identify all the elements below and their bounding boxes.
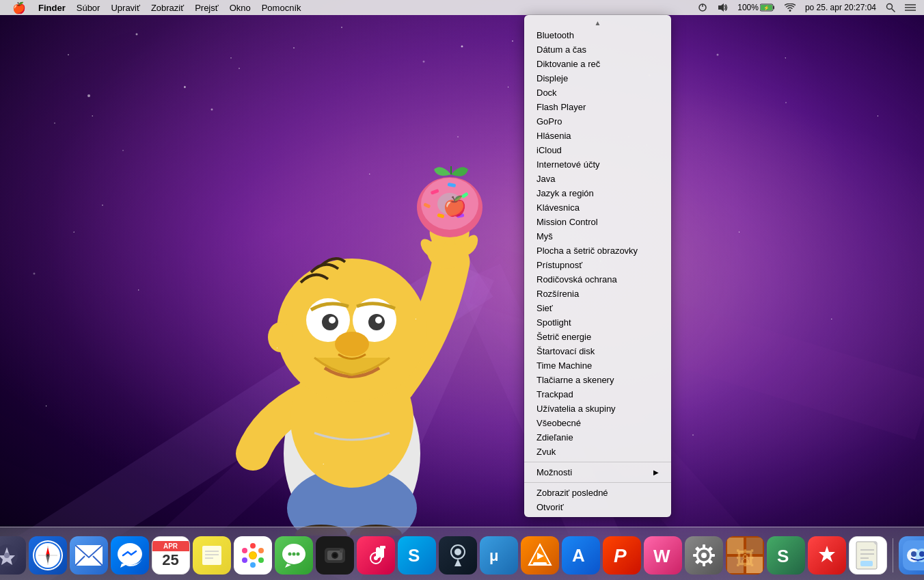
menubar-prejst[interactable]: Prejsť: [189, 0, 224, 15]
svg-rect-149: [860, 561, 873, 566]
menubar-search-icon[interactable]: [883, 3, 898, 12]
svg-point-127: [701, 553, 707, 558]
svg-rect-54: [431, 189, 439, 195]
dock-item-gopro[interactable]: [316, 536, 354, 575]
menu-item-mys[interactable]: Myš: [526, 229, 670, 243]
menu-item-moznosti[interactable]: Možnosti ▶: [526, 465, 670, 479]
menubar-upravit[interactable]: Upraviť: [105, 0, 145, 15]
svg-marker-143: [819, 546, 835, 562]
svg-point-18: [33, 273, 36, 275]
svg-text:S: S: [408, 545, 420, 566]
menu-item-vseobecne[interactable]: Všeobecné: [526, 416, 670, 430]
menubar-okno[interactable]: Okno: [224, 0, 256, 15]
menubar-finder[interactable]: Finder: [33, 0, 71, 15]
menu-item-time-machine[interactable]: Time Machine: [526, 358, 670, 373]
menu-item-setric-energie[interactable]: Šetrič energie: [526, 330, 670, 344]
svg-rect-90: [202, 546, 221, 565]
svg-rect-115: [380, 546, 385, 549]
dock-item-photoshop[interactable]: 🖼: [726, 536, 764, 575]
menu-item-zdielanie[interactable]: Zdieľanie: [526, 430, 670, 445]
svg-point-38: [353, 298, 396, 342]
dock-item-mail[interactable]: [70, 536, 108, 575]
dock-item-utorrent[interactable]: μ: [480, 536, 518, 575]
menu-item-displeje[interactable]: Displeje: [526, 71, 670, 85]
dock-item-polaris[interactable]: W: [644, 536, 682, 575]
menu-item-internetove[interactable]: Internetové účty: [526, 157, 670, 172]
menu-item-siet[interactable]: Sieť: [526, 301, 670, 315]
menubar-power-icon[interactable]: [695, 3, 710, 12]
svg-point-26: [211, 109, 213, 111]
svg-point-36: [268, 322, 293, 352]
menubar-battery[interactable]: 100% ⚡: [735, 3, 778, 12]
apple-menu[interactable]: 🍎: [5, 0, 33, 15]
dock-item-appstore[interactable]: A: [562, 536, 600, 575]
svg-point-97: [258, 557, 264, 563]
dock-item-launchpad[interactable]: [0, 536, 26, 575]
menubar-pomocnik[interactable]: Pomocník: [256, 0, 307, 15]
menu-item-startovaci[interactable]: Štartovací disk: [526, 344, 670, 358]
menu-item-dock[interactable]: Dock: [526, 85, 670, 100]
svg-text:S: S: [777, 546, 789, 566]
dock-item-wunderlist[interactable]: [808, 536, 846, 575]
dock-item-itunes[interactable]: [357, 536, 395, 575]
dock-item-messages[interactable]: [275, 536, 313, 575]
menubar-subor[interactable]: Súbor: [71, 0, 106, 15]
dock-item-finder[interactable]: [899, 536, 925, 575]
menu-item-plocha[interactable]: Plocha a šetrič obrazovky: [526, 243, 670, 258]
svg-point-85: [46, 554, 49, 557]
menu-item-trackpad[interactable]: Trackpad: [526, 387, 670, 401]
dock-item-photos[interactable]: [234, 536, 272, 575]
menu-item-rozsirenia[interactable]: Rozšírenia: [526, 287, 670, 301]
menu-item-zobrazit-posledne[interactable]: Zobraziť posledné: [526, 486, 670, 500]
menu-item-diktovanie[interactable]: Diktovanie a reč: [526, 57, 670, 71]
menu-item-java[interactable]: Java: [526, 172, 670, 186]
svg-rect-57: [437, 213, 444, 218]
dock-item-notes[interactable]: [193, 536, 231, 575]
svg-point-13: [512, 40, 513, 42]
menu-item-jazyk[interactable]: Jazyk a región: [526, 186, 670, 200]
svg-point-27: [457, 136, 459, 137]
dock-item-taskheat[interactable]: P: [603, 536, 641, 575]
desktop: 🍎: [0, 0, 924, 580]
menu-item-gopro[interactable]: GoPro: [526, 114, 670, 129]
svg-rect-113: [380, 547, 384, 558]
menu-item-rodicovska[interactable]: Rodičovská ochrana: [526, 272, 670, 287]
menubar-list-icon[interactable]: [902, 3, 919, 12]
svg-point-53: [437, 193, 462, 215]
menu-item-hlasenia[interactable]: Hlásenia: [526, 129, 670, 143]
menu-item-flash-player[interactable]: Flash Player: [526, 100, 670, 114]
system-prefs-dropdown: ▲ Bluetooth Dátum a čas Diktovanie a reč…: [524, 15, 671, 517]
dock-item-steam[interactable]: [439, 536, 477, 575]
svg-rect-66: [773, 6, 774, 10]
dock-item-skype[interactable]: S: [398, 536, 436, 575]
menubar-wifi-icon[interactable]: [782, 3, 798, 12]
menu-item-otvorit[interactable]: Otvoriť: [526, 500, 670, 514]
svg-point-8: [68, 54, 69, 55]
dock-item-safari[interactable]: [29, 536, 67, 575]
menu-item-icloud[interactable]: iCloud: [526, 143, 670, 157]
svg-point-51: [437, 196, 462, 218]
dock-item-vlc[interactable]: [521, 536, 559, 575]
menu-item-klavesnica[interactable]: Klávesnica: [526, 200, 670, 215]
menu-item-spotlight[interactable]: Spotlight: [526, 315, 670, 330]
menu-item-uzivatelia[interactable]: Užívatelia a skupiny: [526, 401, 670, 416]
menubar-zobrazit[interactable]: Zobraziť: [146, 0, 189, 15]
dock-item-calendar[interactable]: APR 25: [152, 536, 190, 575]
dock-item-scrivener[interactable]: S: [767, 536, 805, 575]
menu-item-mission[interactable]: Mission Control: [526, 215, 670, 229]
dock-item-preview[interactable]: [849, 536, 887, 575]
svg-point-104: [292, 553, 295, 556]
menubar-sound-icon[interactable]: [714, 3, 731, 12]
svg-point-109: [333, 553, 337, 557]
menu-item-bluetooth[interactable]: Bluetooth: [526, 28, 670, 42]
svg-rect-110: [340, 549, 343, 553]
svg-point-24: [785, 102, 787, 103]
dock-separator: [893, 538, 893, 572]
svg-rect-129: [703, 562, 705, 566]
dock-item-system-prefs[interactable]: [685, 536, 723, 575]
dock-item-messenger[interactable]: [111, 536, 149, 575]
menu-item-datum[interactable]: Dátum a čas: [526, 42, 670, 57]
menu-item-zvuk[interactable]: Zvuk: [526, 445, 670, 459]
menu-item-pristupnost[interactable]: Prístupnosť: [526, 258, 670, 272]
menu-item-tlaciarne[interactable]: Tlačiarne a skenery: [526, 373, 670, 387]
